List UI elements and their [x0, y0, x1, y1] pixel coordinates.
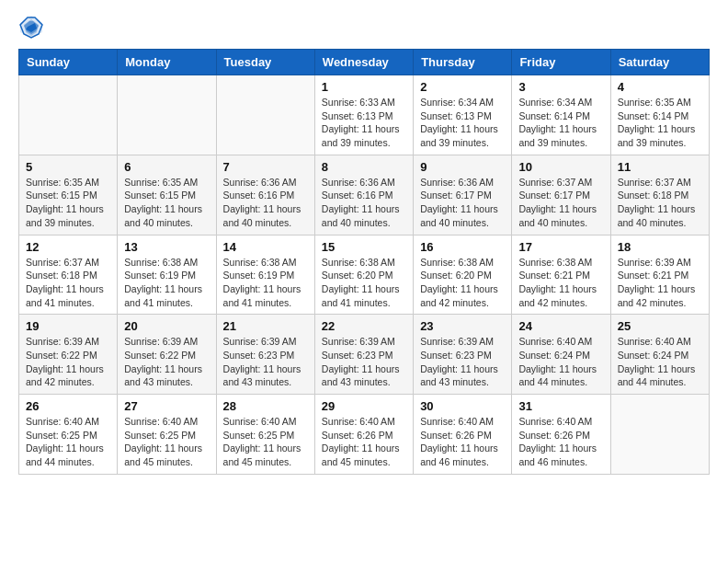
- day-info: Sunrise: 6:34 AMSunset: 6:13 PMDaylight:…: [420, 96, 505, 150]
- day-number: 4: [618, 80, 702, 94]
- weekday-header-tuesday: Tuesday: [216, 50, 314, 75]
- calendar-cell: 13Sunrise: 6:38 AMSunset: 6:19 PMDayligh…: [118, 235, 216, 315]
- day-info: Sunrise: 6:38 AMSunset: 6:19 PMDaylight:…: [124, 256, 209, 310]
- calendar-cell: 11Sunrise: 6:37 AMSunset: 6:18 PMDayligh…: [610, 155, 709, 235]
- calendar-cell: [216, 75, 314, 155]
- day-info: Sunrise: 6:38 AMSunset: 6:20 PMDaylight:…: [420, 256, 505, 310]
- day-number: 25: [618, 319, 702, 333]
- day-number: 15: [322, 240, 406, 254]
- calendar-cell: 19Sunrise: 6:39 AMSunset: 6:22 PMDayligh…: [19, 315, 118, 395]
- day-number: 8: [322, 160, 406, 174]
- day-number: 21: [223, 319, 308, 333]
- day-info: Sunrise: 6:36 AMSunset: 6:16 PMDaylight:…: [322, 176, 406, 230]
- day-info: Sunrise: 6:39 AMSunset: 6:21 PMDaylight:…: [618, 256, 702, 310]
- calendar: SundayMondayTuesdayWednesdayThursdayFrid…: [18, 49, 710, 475]
- day-number: 2: [420, 80, 505, 94]
- day-number: 7: [223, 160, 308, 174]
- logo-icon: [18, 14, 44, 40]
- weekday-header-saturday: Saturday: [610, 50, 709, 75]
- day-info: Sunrise: 6:39 AMSunset: 6:22 PMDaylight:…: [124, 335, 209, 389]
- day-info: Sunrise: 6:36 AMSunset: 6:17 PMDaylight:…: [420, 176, 505, 230]
- day-info: Sunrise: 6:40 AMSunset: 6:26 PMDaylight:…: [322, 415, 406, 469]
- calendar-cell: 25Sunrise: 6:40 AMSunset: 6:24 PMDayligh…: [610, 315, 709, 395]
- day-number: 30: [420, 399, 505, 413]
- day-number: 18: [618, 240, 702, 254]
- calendar-cell: 24Sunrise: 6:40 AMSunset: 6:24 PMDayligh…: [512, 315, 610, 395]
- day-number: 16: [420, 240, 505, 254]
- calendar-cell: 23Sunrise: 6:39 AMSunset: 6:23 PMDayligh…: [414, 315, 512, 395]
- weekday-header-wednesday: Wednesday: [314, 50, 413, 75]
- day-info: Sunrise: 6:35 AMSunset: 6:15 PMDaylight:…: [26, 176, 110, 230]
- day-info: Sunrise: 6:38 AMSunset: 6:19 PMDaylight:…: [223, 256, 308, 310]
- calendar-cell: 5Sunrise: 6:35 AMSunset: 6:15 PMDaylight…: [19, 155, 118, 235]
- day-number: 3: [518, 80, 603, 94]
- day-number: 28: [223, 399, 308, 413]
- day-number: 12: [26, 240, 110, 254]
- calendar-cell: [118, 75, 216, 155]
- calendar-cell: 1Sunrise: 6:33 AMSunset: 6:13 PMDaylight…: [314, 75, 413, 155]
- page: SundayMondayTuesdayWednesdayThursdayFrid…: [0, 0, 728, 563]
- calendar-cell: 2Sunrise: 6:34 AMSunset: 6:13 PMDaylight…: [414, 75, 512, 155]
- week-row-2: 5Sunrise: 6:35 AMSunset: 6:15 PMDaylight…: [19, 155, 710, 235]
- week-row-1: 1Sunrise: 6:33 AMSunset: 6:13 PMDaylight…: [19, 75, 710, 155]
- day-number: 29: [322, 399, 406, 413]
- day-number: 24: [518, 319, 603, 333]
- logo-area: [18, 14, 46, 40]
- day-number: 20: [124, 319, 209, 333]
- day-number: 19: [26, 319, 110, 333]
- calendar-cell: 8Sunrise: 6:36 AMSunset: 6:16 PMDaylight…: [314, 155, 413, 235]
- calendar-cell: 18Sunrise: 6:39 AMSunset: 6:21 PMDayligh…: [610, 235, 709, 315]
- day-number: 26: [26, 399, 110, 413]
- weekday-header-row: SundayMondayTuesdayWednesdayThursdayFrid…: [19, 50, 710, 75]
- calendar-cell: 16Sunrise: 6:38 AMSunset: 6:20 PMDayligh…: [414, 235, 512, 315]
- week-row-5: 26Sunrise: 6:40 AMSunset: 6:25 PMDayligh…: [19, 395, 710, 475]
- calendar-cell: 12Sunrise: 6:37 AMSunset: 6:18 PMDayligh…: [19, 235, 118, 315]
- header: [18, 14, 710, 40]
- day-number: 27: [124, 399, 209, 413]
- calendar-cell: 9Sunrise: 6:36 AMSunset: 6:17 PMDaylight…: [414, 155, 512, 235]
- day-info: Sunrise: 6:33 AMSunset: 6:13 PMDaylight:…: [322, 96, 406, 150]
- day-number: 13: [124, 240, 209, 254]
- day-info: Sunrise: 6:39 AMSunset: 6:23 PMDaylight:…: [322, 335, 406, 389]
- calendar-cell: 29Sunrise: 6:40 AMSunset: 6:26 PMDayligh…: [314, 395, 413, 475]
- calendar-cell: 27Sunrise: 6:40 AMSunset: 6:25 PMDayligh…: [118, 395, 216, 475]
- weekday-header-monday: Monday: [118, 50, 216, 75]
- day-info: Sunrise: 6:37 AMSunset: 6:18 PMDaylight:…: [26, 256, 110, 310]
- day-number: 10: [518, 160, 603, 174]
- weekday-header-friday: Friday: [512, 50, 610, 75]
- week-row-3: 12Sunrise: 6:37 AMSunset: 6:18 PMDayligh…: [19, 235, 710, 315]
- weekday-header-sunday: Sunday: [19, 50, 118, 75]
- calendar-cell: 6Sunrise: 6:35 AMSunset: 6:15 PMDaylight…: [118, 155, 216, 235]
- day-info: Sunrise: 6:40 AMSunset: 6:25 PMDaylight:…: [26, 415, 110, 469]
- day-info: Sunrise: 6:39 AMSunset: 6:23 PMDaylight:…: [420, 335, 505, 389]
- calendar-cell: 20Sunrise: 6:39 AMSunset: 6:22 PMDayligh…: [118, 315, 216, 395]
- day-info: Sunrise: 6:35 AMSunset: 6:14 PMDaylight:…: [618, 96, 702, 150]
- day-info: Sunrise: 6:39 AMSunset: 6:22 PMDaylight:…: [26, 335, 110, 389]
- day-info: Sunrise: 6:35 AMSunset: 6:15 PMDaylight:…: [124, 176, 209, 230]
- day-info: Sunrise: 6:40 AMSunset: 6:26 PMDaylight:…: [518, 415, 603, 469]
- day-number: 14: [223, 240, 308, 254]
- day-number: 5: [26, 160, 110, 174]
- day-number: 31: [518, 399, 603, 413]
- day-info: Sunrise: 6:37 AMSunset: 6:17 PMDaylight:…: [518, 176, 603, 230]
- day-info: Sunrise: 6:40 AMSunset: 6:25 PMDaylight:…: [124, 415, 209, 469]
- day-number: 11: [618, 160, 702, 174]
- calendar-cell: 21Sunrise: 6:39 AMSunset: 6:23 PMDayligh…: [216, 315, 314, 395]
- day-number: 6: [124, 160, 209, 174]
- calendar-cell: 28Sunrise: 6:40 AMSunset: 6:25 PMDayligh…: [216, 395, 314, 475]
- day-info: Sunrise: 6:40 AMSunset: 6:24 PMDaylight:…: [518, 335, 603, 389]
- calendar-cell: 17Sunrise: 6:38 AMSunset: 6:21 PMDayligh…: [512, 235, 610, 315]
- calendar-cell: 10Sunrise: 6:37 AMSunset: 6:17 PMDayligh…: [512, 155, 610, 235]
- weekday-header-thursday: Thursday: [414, 50, 512, 75]
- calendar-cell: 31Sunrise: 6:40 AMSunset: 6:26 PMDayligh…: [512, 395, 610, 475]
- calendar-cell: 4Sunrise: 6:35 AMSunset: 6:14 PMDaylight…: [610, 75, 709, 155]
- day-number: 17: [518, 240, 603, 254]
- day-info: Sunrise: 6:39 AMSunset: 6:23 PMDaylight:…: [223, 335, 308, 389]
- day-info: Sunrise: 6:40 AMSunset: 6:26 PMDaylight:…: [420, 415, 505, 469]
- day-info: Sunrise: 6:36 AMSunset: 6:16 PMDaylight:…: [223, 176, 308, 230]
- calendar-cell: [19, 75, 118, 155]
- day-info: Sunrise: 6:38 AMSunset: 6:21 PMDaylight:…: [518, 256, 603, 310]
- day-info: Sunrise: 6:34 AMSunset: 6:14 PMDaylight:…: [518, 96, 603, 150]
- day-number: 1: [322, 80, 406, 94]
- day-info: Sunrise: 6:40 AMSunset: 6:24 PMDaylight:…: [618, 335, 702, 389]
